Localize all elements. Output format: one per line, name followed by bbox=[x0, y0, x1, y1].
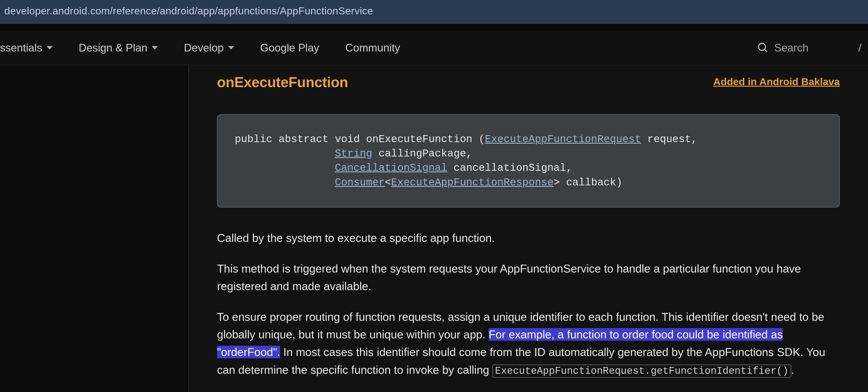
nav-item-community[interactable]: Community bbox=[332, 33, 413, 63]
search-shortcut-hint: / bbox=[859, 41, 862, 54]
nav-label: ssentials bbox=[0, 41, 42, 54]
nav-item-google-play[interactable]: Google Play bbox=[247, 33, 332, 63]
nav-label: Design & Plan bbox=[79, 41, 148, 54]
heading-row: onExecuteFunction Added in Android Bakla… bbox=[217, 74, 840, 90]
paragraph-1: Called by the system to execute a specif… bbox=[217, 229, 840, 247]
sig-indent bbox=[235, 162, 335, 174]
nav-right: Search / bbox=[750, 41, 862, 54]
search-placeholder: Search bbox=[774, 41, 809, 54]
nav-item-develop[interactable]: Develop bbox=[171, 33, 247, 63]
link-executeappfunctionresponse[interactable]: ExecuteAppFunctionResponse bbox=[391, 177, 554, 188]
paragraph-3: To ensure proper routing of function req… bbox=[217, 308, 840, 379]
method-signature-block: public abstract void onExecuteFunction (… bbox=[217, 114, 840, 207]
nav-label: Develop bbox=[184, 41, 223, 54]
link-consumer[interactable]: Consumer bbox=[335, 177, 385, 188]
sig-indent bbox=[235, 148, 335, 160]
api-added-link[interactable]: Added in Android Baklava bbox=[713, 76, 840, 88]
svg-point-0 bbox=[758, 43, 766, 50]
nav-item-essentials[interactable]: ssentials bbox=[0, 33, 66, 63]
nav-label: Google Play bbox=[260, 41, 319, 54]
sig-text: cancellationSignal, bbox=[447, 162, 579, 174]
content-area: onExecuteFunction Added in Android Bakla… bbox=[189, 65, 868, 392]
para3-text-c: . bbox=[791, 364, 794, 376]
sig-prefix: public abstract void onExecuteFunction ( bbox=[235, 133, 485, 145]
sig-text: > callback) bbox=[554, 177, 622, 188]
url-text: developer.android.com/reference/android/… bbox=[4, 5, 373, 17]
inline-code-getfunctionidentifier[interactable]: ExecuteAppFunctionRequest.getFunctionIde… bbox=[492, 365, 791, 377]
search-button[interactable]: Search bbox=[750, 41, 815, 54]
nav-label: Community bbox=[345, 41, 400, 54]
chevron-down-icon bbox=[152, 46, 158, 50]
sig-text: < bbox=[385, 177, 391, 188]
nav-item-design-plan[interactable]: Design & Plan bbox=[66, 33, 171, 63]
link-cancellationsignal[interactable]: CancellationSignal bbox=[335, 162, 447, 174]
paragraph-2: This method is triggered when the system… bbox=[217, 260, 840, 295]
sig-text: callingPackage, bbox=[372, 148, 479, 160]
url-separator bbox=[0, 24, 868, 30]
svg-line-1 bbox=[765, 49, 767, 52]
left-sidebar bbox=[0, 65, 189, 392]
chevron-down-icon bbox=[46, 46, 53, 50]
link-string[interactable]: String bbox=[335, 148, 372, 160]
main-layout: onExecuteFunction Added in Android Bakla… bbox=[0, 65, 868, 392]
link-executeappfunctionrequest[interactable]: ExecuteAppFunctionRequest bbox=[485, 133, 641, 145]
method-heading: onExecuteFunction bbox=[217, 74, 348, 90]
sig-text: request, bbox=[641, 133, 704, 145]
sig-indent bbox=[235, 177, 335, 188]
search-icon bbox=[757, 42, 769, 54]
chevron-down-icon bbox=[228, 46, 234, 50]
nav-left: ssentials Design & Plan Develop Google P… bbox=[0, 33, 750, 63]
browser-url-bar[interactable]: developer.android.com/reference/android/… bbox=[0, 0, 868, 24]
top-nav: ssentials Design & Plan Develop Google P… bbox=[0, 30, 868, 65]
